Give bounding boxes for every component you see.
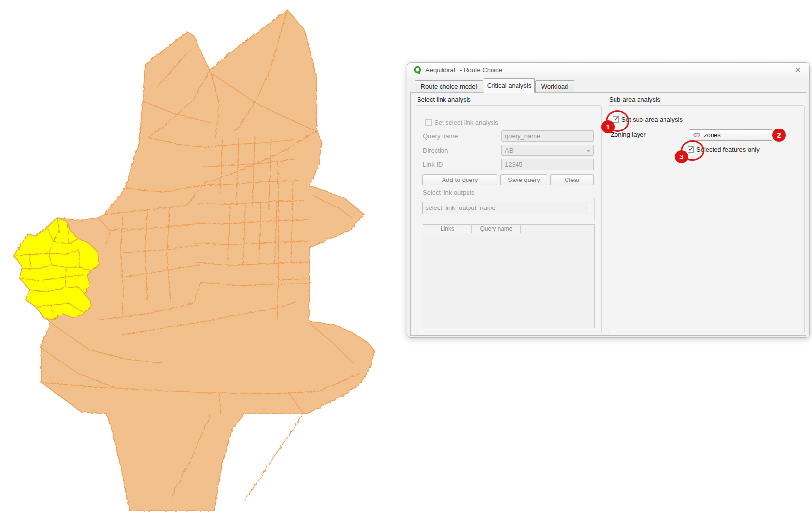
select-link-analysis-title: Select link analysis (417, 96, 471, 103)
tab-workload[interactable]: Workload (535, 80, 574, 93)
direction-label: Direction (423, 147, 448, 154)
tab-critical-analysis[interactable]: Critical analysis (484, 78, 535, 93)
dialog-title: AequilibraE - Route Choice (425, 66, 502, 74)
set-select-link-analysis-checkbox[interactable] (425, 119, 432, 126)
query-name-input[interactable]: query_name (501, 130, 594, 142)
add-to-query-button[interactable]: Add to query (422, 174, 497, 185)
tab-route-choice-model[interactable]: Route choice model (415, 80, 483, 93)
annotation-badge-3: 3 (675, 150, 688, 163)
selected-features-only-label: Selected features only (696, 146, 760, 153)
zones-map[interactable] (0, 0, 382, 517)
qgis-logo-icon (414, 66, 422, 74)
zoning-layer-value: zones (704, 131, 721, 139)
link-id-label: Link ID (423, 161, 443, 168)
set-select-link-analysis-label: Set select link analysis (434, 119, 498, 126)
table-header-query-name[interactable]: Query name (472, 225, 521, 233)
annotation-badge-2: 2 (772, 129, 786, 142)
zoning-layer-label: Zoning layer (611, 131, 646, 138)
link-id-input[interactable]: 12345 (501, 159, 594, 170)
direction-value: AB (505, 147, 513, 154)
chevron-down-icon (586, 150, 590, 152)
table-header-links[interactable]: Links (423, 225, 472, 233)
save-query-button[interactable]: Save query (500, 174, 547, 185)
dialog-titlebar: AequilibraE - Route Choice ✕ (407, 63, 809, 78)
select-link-output-name-input[interactable]: select_link_output_name (422, 202, 588, 214)
polygon-layer-icon (693, 132, 701, 138)
query-name-label: Query name (423, 132, 458, 140)
desktop: AequilibraE - Route Choice ✕ Route choic… (0, 0, 812, 517)
select-link-outputs-title: Select link outputs (423, 189, 475, 196)
set-sub-area-analysis-label: Set sub-area analysis (621, 116, 683, 123)
annotation-badge-1: 1 (601, 120, 615, 133)
close-icon[interactable]: ✕ (795, 65, 801, 75)
sub-area-analysis-title: Sub-area analysis (609, 96, 660, 103)
zoning-layer-combobox[interactable]: zones (689, 129, 773, 141)
queries-table[interactable]: Links Query name (423, 224, 595, 328)
clear-button[interactable]: Clear (550, 174, 594, 185)
direction-combobox[interactable]: AB (501, 145, 594, 156)
